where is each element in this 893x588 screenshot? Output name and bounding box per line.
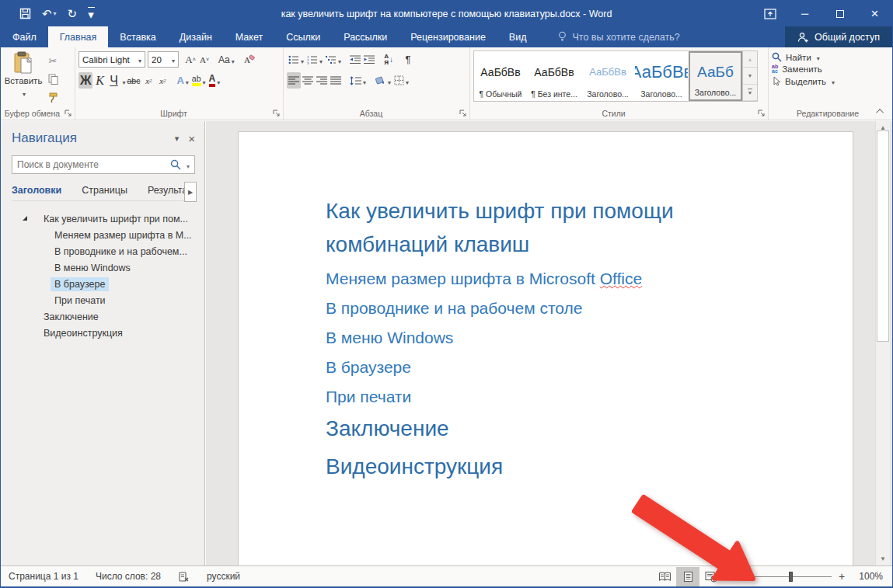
numbering-button[interactable]: 123 bbox=[305, 51, 324, 68]
undo-button[interactable]: ↶ ▾ bbox=[42, 8, 57, 19]
align-left-button[interactable] bbox=[287, 72, 301, 89]
page-number-indicator[interactable]: Страница 1 из 1 bbox=[9, 571, 78, 582]
subscript-button[interactable]: x2 bbox=[141, 72, 155, 89]
style-card-no-spacing[interactable]: АаБбВв ¶ Без инте... bbox=[528, 51, 581, 101]
nav-heading-item[interactable]: Как увеличить шрифт при пом... bbox=[12, 210, 195, 227]
share-button[interactable]: Общий доступ bbox=[785, 26, 892, 47]
doc-heading2[interactable]: При печати bbox=[326, 385, 689, 409]
clear-formatting-button[interactable]: A bbox=[242, 51, 256, 68]
language-indicator[interactable]: русский bbox=[207, 571, 240, 582]
copy-button[interactable] bbox=[46, 71, 60, 88]
tab-design[interactable]: Дизайн bbox=[168, 26, 224, 47]
close-button[interactable]: × bbox=[857, 1, 892, 26]
word-count-indicator[interactable]: Число слов: 28 bbox=[96, 571, 161, 582]
tab-view[interactable]: Вид bbox=[497, 26, 539, 47]
shading-button[interactable] bbox=[373, 72, 392, 89]
minimize-button[interactable]: ─ bbox=[787, 1, 822, 26]
decrease-indent-button[interactable] bbox=[348, 51, 362, 68]
zoom-out-button[interactable]: − bbox=[737, 570, 751, 583]
misspelled-word[interactable]: Office bbox=[600, 270, 642, 287]
nav-heading-item[interactable]: Меняем размер шрифта в М... bbox=[12, 227, 195, 243]
nav-heading-item-selected[interactable]: В браузере bbox=[12, 276, 195, 292]
justify-button[interactable] bbox=[329, 72, 343, 89]
bullets-button[interactable] bbox=[287, 51, 305, 68]
nav-heading-item[interactable]: Видеоинструкция bbox=[12, 325, 195, 341]
grow-font-button[interactable]: A˄ bbox=[183, 51, 197, 68]
tell-me-box[interactable]: Что вы хотите сделать? bbox=[547, 26, 690, 47]
bold-button[interactable]: Ж bbox=[78, 72, 92, 89]
tab-review[interactable]: Рецензирование bbox=[399, 26, 497, 47]
document-page[interactable]: Как увеличить шрифт при помощи комбинаци… bbox=[238, 131, 853, 569]
replace-button[interactable]: abac Заменить bbox=[772, 64, 884, 74]
doc-heading1[interactable]: Видеоинструкция bbox=[326, 450, 699, 483]
search-options-caret[interactable] bbox=[185, 158, 190, 172]
navigation-options-caret[interactable]: ▾ bbox=[175, 134, 180, 144]
nav-heading-item[interactable]: При печати bbox=[12, 292, 195, 308]
navigation-search-box[interactable] bbox=[12, 155, 195, 174]
multilevel-list-button[interactable] bbox=[324, 51, 343, 68]
doc-heading2[interactable]: В браузере bbox=[326, 356, 689, 379]
tab-home[interactable]: Главная bbox=[48, 26, 109, 47]
show-paragraph-marks-button[interactable]: ¶ bbox=[401, 51, 415, 68]
cut-button[interactable]: ✂ bbox=[46, 53, 60, 69]
nav-tab-pages[interactable]: Страницы bbox=[82, 185, 127, 196]
format-painter-button[interactable] bbox=[46, 89, 60, 106]
zoom-percentage[interactable]: 100% bbox=[849, 571, 883, 582]
document-search-input[interactable] bbox=[17, 159, 170, 170]
undo-dropdown-caret[interactable]: ▾ bbox=[54, 11, 57, 17]
highlight-button[interactable]: ab bbox=[190, 72, 208, 89]
tab-file[interactable]: Файл bbox=[1, 26, 48, 47]
doc-heading1[interactable]: Заключение bbox=[326, 412, 699, 445]
clipboard-dialog-launcher[interactable] bbox=[65, 110, 72, 117]
tab-mailings[interactable]: Рассылки bbox=[332, 26, 399, 47]
nav-heading-item[interactable]: В меню Windows bbox=[12, 259, 195, 276]
vertical-scrollbar[interactable]: ▲ ▼ bbox=[875, 121, 890, 565]
find-button[interactable]: Найти bbox=[772, 52, 884, 62]
nav-tabs-scroll-button[interactable]: ▶ bbox=[184, 182, 197, 202]
zoom-in-button[interactable]: + bbox=[835, 570, 849, 583]
nav-heading-item[interactable]: В проводнике и на рабочем... bbox=[12, 243, 195, 259]
doc-heading2[interactable]: В проводнике и на рабочем столе bbox=[326, 297, 689, 320]
paste-button[interactable]: Вставить bbox=[4, 50, 43, 106]
collapse-triangle-icon[interactable] bbox=[22, 215, 28, 221]
gallery-scroll-down-button[interactable]: ▼ bbox=[743, 68, 757, 84]
borders-button[interactable] bbox=[392, 72, 410, 89]
increase-indent-button[interactable] bbox=[362, 51, 376, 68]
paragraph-dialog-launcher[interactable] bbox=[459, 110, 467, 117]
navigation-close-button[interactable]: × bbox=[188, 132, 195, 145]
read-mode-button[interactable] bbox=[653, 567, 676, 586]
text-effects-button[interactable]: А bbox=[175, 72, 190, 89]
doc-heading2[interactable]: Меняем размер шрифта в Microsoft Office bbox=[326, 267, 689, 291]
paste-dropdown-caret[interactable] bbox=[21, 85, 26, 99]
gallery-scroll-up-button[interactable]: ▲ bbox=[743, 51, 757, 68]
font-color-button[interactable]: А bbox=[208, 72, 222, 89]
tab-insert[interactable]: Вставка bbox=[108, 26, 167, 47]
styles-dialog-launcher[interactable] bbox=[758, 110, 766, 117]
line-spacing-button[interactable] bbox=[348, 72, 368, 89]
align-center-button[interactable] bbox=[301, 72, 315, 89]
shrink-font-button[interactable]: A˅ bbox=[197, 51, 211, 68]
superscript-button[interactable]: x2 bbox=[155, 72, 169, 89]
search-icon[interactable] bbox=[170, 159, 181, 170]
ribbon-display-options-button[interactable] bbox=[752, 1, 787, 26]
maximize-button[interactable] bbox=[822, 1, 857, 26]
collapse-ribbon-button[interactable] bbox=[878, 109, 885, 115]
style-card-heading1[interactable]: АаБбВв Заголово... bbox=[635, 51, 689, 101]
tab-layout[interactable]: Макет bbox=[224, 26, 274, 47]
doc-heading2[interactable]: В меню Windows bbox=[326, 326, 689, 350]
doc-heading1[interactable]: Как увеличить шрифт при помощи комбинаци… bbox=[326, 194, 699, 261]
gallery-more-button[interactable]: ▼ bbox=[743, 85, 757, 101]
font-family-combobox[interactable]: Calibri Light bbox=[78, 51, 145, 68]
italic-button[interactable]: К bbox=[92, 72, 106, 89]
sort-button[interactable]: АЯ ↓ bbox=[382, 51, 396, 68]
web-layout-button[interactable] bbox=[699, 567, 723, 586]
zoom-slider-track[interactable] bbox=[754, 576, 832, 577]
strikethrough-button[interactable]: abc bbox=[125, 72, 141, 89]
font-dialog-launcher[interactable] bbox=[273, 110, 281, 117]
redo-button[interactable]: ↻ bbox=[68, 8, 78, 19]
font-size-combobox[interactable]: 20 bbox=[148, 51, 179, 68]
scroll-down-button[interactable]: ▼ bbox=[876, 552, 890, 565]
print-layout-button[interactable] bbox=[676, 567, 699, 586]
proofing-status-button[interactable] bbox=[178, 571, 190, 583]
style-card-heading-light[interactable]: АаБбВв Заголово... bbox=[581, 51, 635, 101]
